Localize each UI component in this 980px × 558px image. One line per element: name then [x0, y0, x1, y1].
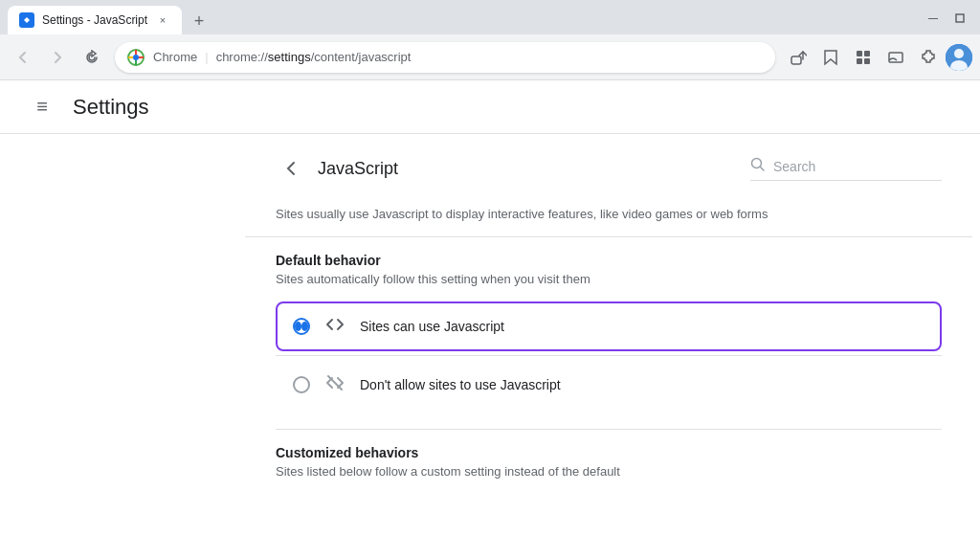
- customized-title: Customized behaviors: [276, 445, 942, 460]
- block-javascript-label: Don't allow sites to use Javascript: [360, 377, 561, 392]
- extensions-puzzle-icon[interactable]: [913, 42, 944, 73]
- js-back-nav: JavaScript: [276, 153, 398, 184]
- default-behavior-desc: Sites automatically follow this setting …: [276, 272, 942, 286]
- block-javascript-radio[interactable]: [293, 376, 310, 393]
- default-behavior-title: Default behavior: [276, 253, 942, 268]
- javascript-settings-panel: JavaScript Sites usually use Javascript …: [245, 134, 972, 509]
- svg-rect-4: [791, 56, 801, 64]
- maximize-button[interactable]: [947, 6, 972, 31]
- customized-desc: Sites listed below follow a custom setti…: [276, 464, 942, 479]
- settings-header: ≡ Settings: [0, 80, 980, 134]
- tab-favicon: [19, 12, 34, 28]
- new-tab-button[interactable]: +: [186, 8, 212, 34]
- browser-toolbar: JavaScript Chrome | chrome://settings/co…: [0, 34, 980, 80]
- js-page-title: JavaScript: [318, 159, 398, 179]
- profile-avatar[interactable]: [946, 44, 972, 71]
- svg-line-15: [328, 376, 342, 390]
- no-js-icon: [325, 373, 345, 396]
- svg-point-11: [954, 49, 964, 58]
- svg-rect-5: [857, 51, 862, 56]
- share-button[interactable]: [783, 42, 813, 73]
- chrome-logo-icon: [126, 48, 145, 67]
- options-divider: [276, 355, 942, 356]
- default-behavior-section: Default behavior Sites automatically fol…: [245, 237, 972, 429]
- main-content: JavaScript Sites usually use Javascript …: [245, 134, 980, 558]
- title-bar: Settings - JavaScript × +: [0, 0, 980, 34]
- settings-page: ≡ Settings JavaScript: [0, 80, 980, 558]
- block-javascript-option[interactable]: Don't allow sites to use Javascript: [276, 360, 942, 410]
- svg-line-14: [761, 167, 765, 170]
- reload-button[interactable]: [77, 42, 107, 73]
- allow-javascript-label: Sites can use Javascript: [360, 319, 504, 334]
- minimize-button[interactable]: [921, 6, 946, 31]
- search-box[interactable]: [750, 157, 942, 181]
- window-controls: [921, 6, 972, 34]
- js-description: Sites usually use Javascript to display …: [245, 199, 972, 237]
- tab-close-button[interactable]: ×: [155, 12, 170, 28]
- content-area: JavaScript Sites usually use Javascript …: [0, 134, 980, 558]
- js-code-icon: [325, 315, 345, 338]
- svg-point-3: [133, 55, 139, 60]
- sidebar-spacer: [0, 134, 245, 558]
- tab-title: Settings - JavaScript: [42, 13, 147, 27]
- js-page-header: JavaScript: [245, 134, 972, 199]
- search-input[interactable]: [773, 159, 941, 174]
- bookmark-button[interactable]: [815, 42, 846, 73]
- svg-rect-1: [956, 14, 964, 22]
- customized-behaviors-section: Customized behaviors Sites listed below …: [245, 430, 972, 509]
- svg-rect-6: [864, 51, 870, 56]
- back-to-content-button[interactable]: [276, 153, 306, 184]
- svg-rect-8: [864, 58, 870, 64]
- address-bar[interactable]: JavaScript Chrome | chrome://settings/co…: [115, 42, 775, 73]
- settings-page-title: Settings: [73, 95, 149, 120]
- allow-javascript-radio[interactable]: [293, 318, 310, 335]
- back-button[interactable]: [8, 42, 38, 73]
- address-separator: |: [205, 50, 208, 64]
- svg-rect-7: [857, 58, 862, 64]
- search-icon: [750, 157, 766, 176]
- extension-button[interactable]: [848, 42, 879, 73]
- active-tab[interactable]: Settings - JavaScript ×: [8, 6, 182, 34]
- address-url: chrome://settings/content/javascript: [216, 50, 764, 64]
- chrome-text: Chrome: [153, 50, 197, 64]
- hamburger-menu-icon[interactable]: ≡: [23, 88, 61, 126]
- cast-button[interactable]: [880, 42, 911, 73]
- svg-rect-0: [928, 18, 938, 19]
- forward-button[interactable]: [42, 42, 73, 73]
- svg-rect-9: [889, 53, 902, 62]
- allow-javascript-option[interactable]: Sites can use Javascript: [276, 301, 942, 351]
